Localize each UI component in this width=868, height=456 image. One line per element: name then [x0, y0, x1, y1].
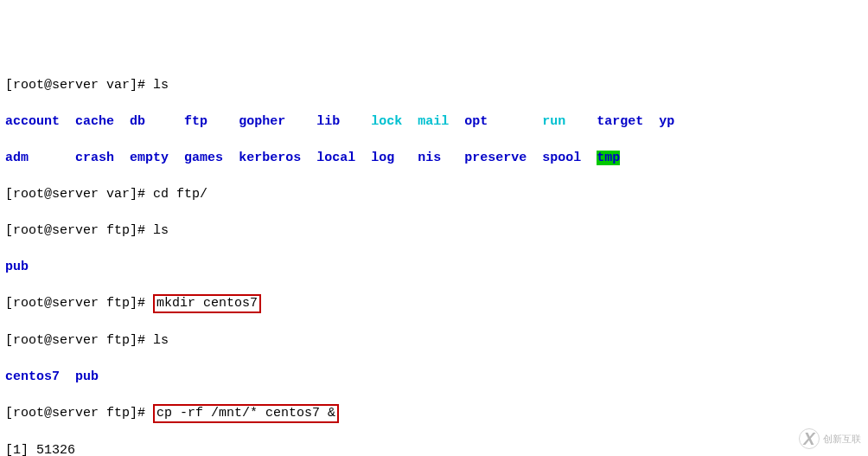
ls-output-row: adm crash empty games kerberos local log… [5, 149, 863, 167]
highlighted-command: cp -rf /mnt/* centos7 & [153, 404, 339, 423]
watermark-icon: X [799, 428, 820, 449]
shell-prompt: [root@server var]# [5, 187, 153, 202]
prompt-line: [root@server var]# cd ftp/ [5, 185, 863, 203]
ls-output-row: account cache db ftp gopher lib lock mai… [5, 112, 863, 131]
shell-prompt: [root@server ftp]# [5, 296, 153, 311]
dir-entry: pub [5, 260, 29, 274]
dir-entry: local [316, 151, 355, 165]
dir-entry: target [597, 114, 643, 129]
dir-entry: adm [5, 151, 29, 165]
ls-output-row: pub [5, 258, 863, 276]
prompt-line: [root@server ftp]# cp -rf /mnt/* centos7… [5, 404, 863, 423]
dir-entry: gopher [239, 114, 285, 129]
dir-entry: yp [659, 114, 674, 129]
prompt-line: [root@server ftp]# mkdir centos7 [5, 294, 863, 313]
watermark-text: 创新互联 [823, 430, 861, 448]
prompt-line: [root@server ftp]# ls [5, 222, 863, 240]
dir-entry: nis [418, 151, 441, 165]
dir-entry: db [130, 114, 145, 129]
watermark: X 创新互联 [799, 428, 861, 449]
shell-command: ls [153, 78, 169, 93]
shell-prompt: [root@server ftp]# [5, 223, 153, 238]
dir-entry: preserve [464, 151, 527, 165]
ls-output-row: centos7 pub [5, 368, 863, 386]
dir-entry: opt [464, 114, 488, 129]
shell-prompt: [root@server ftp]# [5, 406, 153, 421]
tmp-entry: tmp [597, 151, 620, 165]
dir-entry: log [371, 151, 394, 165]
dir-entry: spool [542, 151, 581, 165]
dir-entry: ftp [184, 114, 207, 129]
dir-entry: account [5, 114, 60, 129]
link-entry: run [542, 114, 565, 129]
dir-entry: cache [75, 114, 114, 129]
shell-command: ls [153, 223, 169, 238]
dir-entry: games [184, 151, 223, 165]
prompt-line: [root@server ftp]# ls [5, 331, 863, 350]
prompt-line: [root@server var]# ls [5, 76, 863, 94]
shell-prompt: [root@server var]# [5, 78, 153, 93]
dir-entry: lib [316, 114, 340, 129]
bg-job-line: [1] 51326 [5, 441, 863, 456]
dir-entry: crash [75, 151, 114, 165]
shell-prompt: [root@server ftp]# [5, 333, 153, 348]
dir-entry: centos7 [5, 369, 60, 384]
shell-command: ls [153, 333, 169, 348]
link-entry: lock [371, 114, 402, 129]
highlighted-command: mkdir centos7 [153, 294, 261, 313]
link-entry: mail [418, 114, 449, 129]
dir-entry: kerberos [239, 151, 301, 165]
shell-command: cd ftp/ [153, 187, 207, 202]
dir-entry: pub [75, 369, 99, 384]
dir-entry: empty [130, 151, 169, 165]
